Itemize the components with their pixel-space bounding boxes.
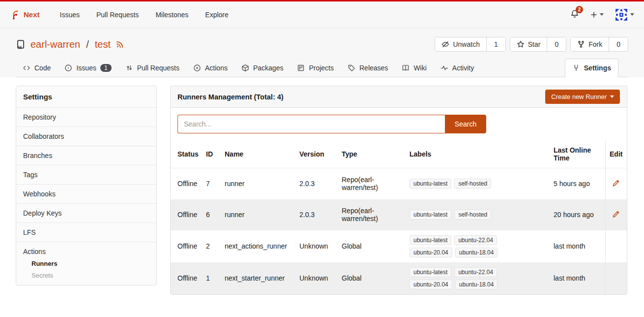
issue-icon bbox=[64, 64, 72, 72]
nav-link-pull-requests[interactable]: Pull Requests bbox=[88, 11, 147, 19]
unwatch-button[interactable]: Unwatch bbox=[435, 37, 486, 51]
play-icon bbox=[193, 64, 201, 72]
nav-link-issues[interactable]: Issues bbox=[52, 11, 88, 19]
runner-row: Offline2next_actions_runnerUnknownGlobal… bbox=[171, 230, 627, 262]
sidebar-item-branches[interactable]: Branches bbox=[16, 146, 156, 165]
user-menu[interactable] bbox=[615, 8, 634, 22]
repo-tab-bar: CodeIssues1Pull RequestsActionsPackagesP… bbox=[16, 59, 628, 77]
sidebar-item-actions[interactable]: Actions bbox=[23, 248, 149, 255]
runner-last-online: 5 hours ago bbox=[550, 168, 605, 199]
create-new-runner-button[interactable]: Create new Runner bbox=[545, 90, 620, 104]
repo-action-buttons: Unwatch1Star0Fork0 bbox=[435, 37, 628, 52]
runner-label-badge: self-hosted bbox=[454, 179, 491, 189]
tab-activity[interactable]: Activity bbox=[434, 59, 481, 77]
fork-icon bbox=[577, 40, 585, 48]
runner-label-badge: ubuntu-latest bbox=[410, 210, 451, 220]
runner-last-online: 20 hours ago bbox=[550, 199, 605, 230]
search-button[interactable]: Search bbox=[445, 115, 486, 133]
tab-releases[interactable]: Releases bbox=[341, 59, 395, 77]
forgejo-logo-icon bbox=[10, 10, 20, 20]
runner-label-badge: ubuntu-20.04 bbox=[410, 248, 452, 257]
tag-icon bbox=[348, 64, 355, 72]
repo-owner-link[interactable]: earl-warren bbox=[30, 39, 80, 50]
runner-search-form: Search bbox=[177, 115, 486, 133]
sidebar-title: Settings bbox=[16, 86, 156, 108]
sidebar-item-tags[interactable]: Tags bbox=[16, 165, 156, 185]
runner-status: Offline bbox=[171, 230, 202, 262]
runner-row: Offline7runner2.0.3Repo(earl-warren/test… bbox=[171, 168, 627, 199]
fork-label: Fork bbox=[588, 40, 602, 48]
plus-icon bbox=[590, 11, 598, 19]
brand-label: Next bbox=[24, 10, 40, 19]
tab-label: Wiki bbox=[413, 64, 426, 72]
runner-labels: ubuntu-latestself-hosted bbox=[406, 168, 550, 199]
tools-icon bbox=[572, 64, 580, 72]
runner-edit-cell bbox=[605, 199, 627, 230]
pr-icon bbox=[125, 64, 133, 72]
sidebar-item-collaborators[interactable]: Collaborators bbox=[16, 127, 156, 146]
runner-last-online: last month bbox=[550, 230, 605, 262]
tab-issues[interactable]: Issues1 bbox=[58, 59, 118, 77]
runner-version: 2.0.3 bbox=[295, 168, 338, 199]
runner-label-badge: self-hosted bbox=[454, 210, 491, 220]
notifications-bell-icon[interactable]: 2 bbox=[570, 9, 579, 20]
star-count[interactable]: 0 bbox=[547, 37, 566, 51]
tab-settings[interactable]: Settings bbox=[565, 59, 618, 77]
nav-link-explore[interactable]: Explore bbox=[197, 11, 236, 19]
runner-type: Repo(earl-warren/test) bbox=[338, 168, 406, 199]
tab-pull-requests[interactable]: Pull Requests bbox=[118, 59, 186, 77]
repo-header: earl-warren / test Unwatch1Star0Fork0 Co… bbox=[0, 28, 644, 77]
runner-status: Offline bbox=[171, 199, 202, 230]
edit-runner-icon[interactable] bbox=[612, 179, 620, 187]
runners-panel-body: Search StatusIDNameVersionTypeLabelsLast… bbox=[170, 108, 627, 295]
tab-packages[interactable]: Packages bbox=[234, 59, 290, 77]
avatar bbox=[615, 8, 628, 22]
tab-projects[interactable]: Projects bbox=[290, 59, 341, 77]
navbar-right: 2 bbox=[570, 8, 634, 22]
runner-label-badge: ubuntu-20.04 bbox=[410, 280, 452, 289]
sidebar-subitem-runners[interactable]: Runners bbox=[31, 260, 149, 267]
column-header-type: Type bbox=[338, 140, 406, 168]
settings-sidebar: Settings RepositoryCollaboratorsBranches… bbox=[16, 86, 157, 285]
star-label: Star bbox=[528, 40, 541, 48]
runner-name: runner bbox=[221, 199, 295, 230]
repo-name-link[interactable]: test bbox=[95, 39, 111, 50]
nav-link-milestones[interactable]: Milestones bbox=[147, 11, 197, 19]
repo-title: earl-warren / test bbox=[16, 39, 124, 50]
tab-label: Activity bbox=[452, 64, 474, 72]
sidebar-item-webhooks[interactable]: Webhooks bbox=[16, 185, 156, 204]
runner-id: 2 bbox=[202, 230, 221, 262]
runner-row: Offline6runner2.0.3Repo(earl-warren/test… bbox=[171, 199, 627, 230]
search-input[interactable] bbox=[177, 115, 445, 133]
runners-panel-header: Runners Management (Total: 4) Create new… bbox=[170, 86, 627, 108]
fork-button[interactable]: Fork bbox=[571, 37, 609, 51]
star-button[interactable]: Star bbox=[510, 37, 547, 51]
tab-code[interactable]: Code bbox=[16, 59, 58, 77]
issues-count-badge: 1 bbox=[100, 64, 112, 72]
sidebar-subitem-secrets[interactable]: Secrets bbox=[31, 272, 149, 279]
rss-feed-icon[interactable] bbox=[116, 40, 124, 49]
sidebar-item-deploy-keys[interactable]: Deploy Keys bbox=[16, 204, 156, 223]
fork-count[interactable]: 0 bbox=[609, 37, 628, 51]
book-icon bbox=[402, 64, 410, 72]
top-navbar: Next IssuesPull RequestsMilestonesExplor… bbox=[0, 0, 644, 28]
tab-label: Projects bbox=[309, 64, 334, 72]
chevron-down-icon bbox=[610, 95, 614, 98]
unwatch-count[interactable]: 1 bbox=[486, 37, 505, 51]
runner-id: 7 bbox=[202, 168, 221, 199]
tab-wiki[interactable]: Wiki bbox=[395, 59, 433, 77]
unwatch-button-group: Unwatch1 bbox=[435, 37, 505, 52]
runner-label-badge: ubuntu-18.04 bbox=[455, 248, 498, 257]
forgejo-brand[interactable]: Next bbox=[10, 10, 40, 20]
notification-count-badge: 2 bbox=[576, 6, 583, 13]
create-new-dropdown[interactable] bbox=[590, 11, 604, 19]
project-icon bbox=[297, 64, 305, 72]
tab-label: Code bbox=[34, 64, 51, 72]
sidebar-items: RepositoryCollaboratorsBranchesTagsWebho… bbox=[16, 108, 156, 242]
tab-actions[interactable]: Actions bbox=[186, 59, 234, 77]
sidebar-item-repository[interactable]: Repository bbox=[16, 108, 156, 127]
sidebar-item-lfs[interactable]: LFS bbox=[16, 223, 156, 242]
tab-label: Issues bbox=[76, 64, 96, 72]
edit-runner-icon[interactable] bbox=[612, 210, 620, 218]
runner-label-badge: ubuntu-latest bbox=[410, 267, 451, 277]
